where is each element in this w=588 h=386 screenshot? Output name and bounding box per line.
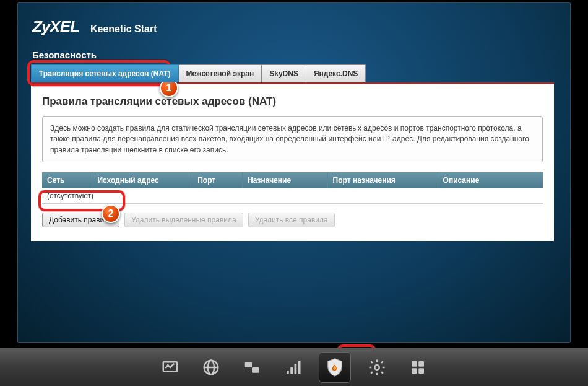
info-box: Здесь можно создать правила для статичес… <box>42 116 543 162</box>
content-panel: Правила трансляции сетевых адресов (NAT)… <box>31 82 554 241</box>
delete-all-button[interactable]: Удалить все правила <box>248 213 335 227</box>
svg-rect-13 <box>412 368 417 374</box>
nav-internet[interactable] <box>196 353 226 382</box>
empty-text: (отсутствуют) <box>42 188 543 204</box>
nav-monitor[interactable] <box>155 353 185 382</box>
apps-icon <box>409 358 427 377</box>
page-title: Правила трансляции сетевых адресов (NAT) <box>42 95 543 108</box>
tab-yandex-dns[interactable]: Яндекс.DNS <box>306 64 366 82</box>
button-row: Добавить правило Удалить выделенные прав… <box>42 213 543 227</box>
svg-rect-12 <box>418 361 424 367</box>
svg-rect-5 <box>252 367 259 373</box>
table-empty-row: (отсутствуют) <box>42 188 543 204</box>
svg-rect-7 <box>290 367 293 374</box>
col-network: Сеть <box>42 172 92 188</box>
svg-rect-8 <box>295 364 297 374</box>
add-rule-button[interactable]: Добавить правило <box>42 213 119 227</box>
table-header-row: Сеть Исходный адрес Порт Назначение Порт… <box>42 172 543 188</box>
globe-icon <box>202 358 220 377</box>
svg-rect-11 <box>412 361 417 367</box>
gear-icon <box>368 358 386 377</box>
shield-icon <box>324 357 345 378</box>
nat-rules-table: Сеть Исходный адрес Порт Назначение Порт… <box>42 172 543 204</box>
tab-firewall[interactable]: Межсетевой экран <box>178 64 262 82</box>
delete-selected-button[interactable]: Удалить выделенные правила <box>124 213 243 227</box>
nav-settings[interactable] <box>362 353 392 382</box>
header: ZyXEL Keenetic Start <box>32 17 157 37</box>
svg-rect-9 <box>298 361 301 374</box>
nav-wifi[interactable] <box>278 353 308 382</box>
svg-rect-6 <box>287 371 289 374</box>
brand-logo: ZyXEL <box>32 17 79 37</box>
tab-skydns[interactable]: SkyDNS <box>261 64 306 82</box>
nav-network[interactable] <box>237 353 267 382</box>
col-port: Порт <box>192 172 243 188</box>
nav-security[interactable] <box>319 352 351 383</box>
section-title: Безопасность <box>32 50 97 60</box>
monitor-icon <box>161 358 179 377</box>
nav-apps[interactable] <box>403 353 433 382</box>
network-icon <box>243 358 261 377</box>
model-name: Keenetic Start <box>90 24 157 37</box>
tab-bar: Трансляция сетевых адресов (NAT) Межсете… <box>31 64 365 82</box>
col-dest-port: Порт назначения <box>327 172 438 188</box>
svg-rect-14 <box>418 368 424 374</box>
wifi-icon <box>283 358 302 377</box>
col-destination: Назначение <box>243 172 328 188</box>
col-description: Описание <box>438 172 543 188</box>
svg-rect-4 <box>245 362 252 367</box>
svg-point-10 <box>374 365 379 370</box>
col-source: Исходный адрес <box>92 172 192 188</box>
bottom-navbar <box>0 348 588 386</box>
tab-nat[interactable]: Трансляция сетевых адресов (NAT) <box>31 64 179 82</box>
router-admin-app: ZyXEL Keenetic Start Безопасность Трансл… <box>0 0 588 386</box>
